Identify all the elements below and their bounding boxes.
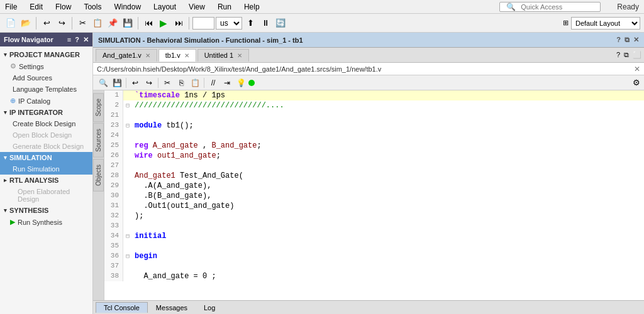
bottom-tab-tcl[interactable]: Tcl Console <box>96 302 148 313</box>
redo-button[interactable]: ↪ <box>55 16 69 30</box>
side-tab-scope[interactable]: Scope <box>93 93 104 122</box>
status-label: Ready <box>614 1 641 13</box>
bottom-tab-log[interactable]: Log <box>196 302 223 313</box>
nav-tree: ▾ PROJECT MANAGER ⚙ Settings Add Sources… <box>0 46 92 314</box>
nav-run-synthesis[interactable]: ▶ Run Synthesis <box>0 216 92 228</box>
nav-open-elaborated-label: Open Elaborated Design <box>18 188 70 203</box>
code-line-28: 28 And_gate1 Test_And_Gate( <box>104 171 644 181</box>
menu-edit[interactable]: Edit <box>27 1 45 13</box>
fold-23[interactable]: ⊟ <box>123 121 132 131</box>
line-content-21 <box>132 111 644 121</box>
fold-28 <box>123 171 132 181</box>
arrow-ip-integrator: ▾ <box>4 109 7 116</box>
layout-select[interactable]: Default Layout Simulation RTL Analysis <box>571 17 640 30</box>
toolbar-sep-2 <box>72 17 72 30</box>
section-ip-integrator[interactable]: ▾ IP INTEGRATOR <box>0 107 92 118</box>
nav-language-templates[interactable]: Language Templates <box>0 84 92 95</box>
new-file-button[interactable]: 📄 <box>4 16 18 30</box>
tab-untitled1[interactable]: Untitled 1 ✕ <box>197 49 249 62</box>
step-back-button[interactable]: ⏮ <box>142 16 155 30</box>
paste-button[interactable]: 📌 <box>106 16 119 30</box>
tab-tb1-label: tb1.v <box>165 51 180 59</box>
menu-layout[interactable]: Layout <box>151 1 179 13</box>
line-content-38: A_and_gate = 0 ; <box>132 271 644 281</box>
nav-run-simulation[interactable]: Run Simulation <box>0 163 92 175</box>
nav-add-sources[interactable]: Add Sources <box>0 72 92 84</box>
ed-paste-btn[interactable]: 📋 <box>189 77 201 89</box>
cut-button[interactable]: ✂ <box>75 16 89 30</box>
tab-and-gate1-close[interactable]: ✕ <box>145 52 150 59</box>
arrow-synthesis: ▾ <box>4 207 7 214</box>
fold-1[interactable] <box>123 90 132 100</box>
step-forward-button[interactable]: ⏭ <box>172 16 186 30</box>
tab-tb1[interactable]: tb1.v ✕ <box>158 49 196 62</box>
run-step-button[interactable]: ⬆ <box>243 16 257 30</box>
flow-nav-icon-3[interactable]: ✕ <box>83 36 89 44</box>
play-button[interactable]: ▶ <box>157 16 170 30</box>
fold-34[interactable]: ⊟ <box>123 231 132 241</box>
path-close-icon[interactable]: ✕ <box>634 65 640 73</box>
menu-help[interactable]: Help <box>242 1 262 13</box>
ed-copy-btn[interactable]: ⎘ <box>175 77 187 89</box>
arrow-rtl-analysis: ▸ <box>4 177 7 183</box>
reset-button[interactable]: 🔄 <box>274 16 287 30</box>
nav-ip-catalog[interactable]: ⊕ IP Catalog <box>0 95 92 107</box>
sim-header-icons: ? ⧉ ✕ <box>616 36 639 44</box>
section-synthesis[interactable]: ▾ SYNTHESIS <box>0 205 92 216</box>
menu-view[interactable]: View <box>186 1 208 13</box>
side-tab-sources[interactable]: Sources <box>93 123 104 158</box>
fold-36[interactable]: ⊟ <box>123 251 132 261</box>
nav-settings-label: Settings <box>19 63 44 70</box>
time-value-input[interactable]: 10 <box>196 19 211 28</box>
pause-button[interactable]: ⏸ <box>258 16 272 30</box>
line-num-34: 34 <box>104 231 123 241</box>
tab-max-icon[interactable]: ⬜ <box>633 51 641 59</box>
ed-cut-btn[interactable]: ✂ <box>161 77 174 89</box>
editor-container: And_gate1.v ✕ tb1.v ✕ Untitled 1 ✕ ? ⧉ ⬜ <box>93 48 644 314</box>
menu-tools[interactable]: Tools <box>81 1 104 13</box>
sim-float-icon[interactable]: ⧉ <box>625 36 630 44</box>
section-rtl-analysis[interactable]: ▸ RTL ANALYSIS <box>0 175 92 186</box>
nav-create-block-design[interactable]: Create Block Design <box>0 118 92 129</box>
tab-untitled1-close[interactable]: ✕ <box>237 52 242 59</box>
menu-run[interactable]: Run <box>215 1 234 13</box>
section-project-manager[interactable]: ▾ PROJECT MANAGER <box>0 49 92 60</box>
tab-tb1-close[interactable]: ✕ <box>184 52 189 59</box>
line-content-23: module tb1(); <box>132 121 644 131</box>
tab-help-icon[interactable]: ? <box>616 51 620 59</box>
save-button[interactable]: 💾 <box>121 16 135 30</box>
time-unit-select[interactable]: usnspsms <box>216 17 242 30</box>
flow-nav-icon-2[interactable]: ? <box>75 36 79 44</box>
ed-redo-btn[interactable]: ↪ <box>143 77 155 89</box>
ed-indent-btn[interactable]: ⇥ <box>221 77 233 89</box>
ed-save-btn[interactable]: 💾 <box>111 77 123 89</box>
menu-window[interactable]: Window <box>111 1 143 13</box>
section-project-manager-label: PROJECT MANAGER <box>9 51 80 58</box>
ed-comment-btn[interactable]: // <box>207 77 219 89</box>
flow-nav-icon-1[interactable]: ≡ <box>67 36 71 44</box>
ed-search-btn[interactable]: 🔍 <box>97 77 109 89</box>
bottom-tab-messages[interactable]: Messages <box>148 302 196 313</box>
menu-file[interactable]: File <box>3 1 19 13</box>
ed-dedent-btn[interactable]: 💡 <box>235 77 247 89</box>
flow-nav-icons: ≡ ? ✕ <box>67 36 89 44</box>
side-tab-objects[interactable]: Objects <box>93 159 104 192</box>
sim-help-icon[interactable]: ? <box>616 36 621 44</box>
ed-settings-icon[interactable]: ⚙ <box>633 78 640 87</box>
copy-button[interactable]: 📋 <box>91 16 104 30</box>
code-editor[interactable]: 1 `timescale 1ns / 1ps 2 ⊟ /////////////… <box>104 90 644 300</box>
sim-close-icon[interactable]: ✕ <box>633 36 639 44</box>
section-simulation[interactable]: ▾ SIMULATION <box>0 152 92 163</box>
code-line-24: 24 <box>104 131 644 141</box>
search-input[interactable] <box>521 3 596 11</box>
flow-navigator-header: Flow Navigator ≡ ? ✕ <box>0 33 92 46</box>
tab-restore-icon[interactable]: ⧉ <box>624 51 629 59</box>
line-num-21: 21 <box>104 111 123 121</box>
fold-2[interactable]: ⊟ <box>123 100 132 111</box>
nav-settings[interactable]: ⚙ Settings <box>0 60 92 72</box>
tab-and-gate1[interactable]: And_gate1.v ✕ <box>96 49 157 62</box>
menu-flow[interactable]: Flow <box>53 1 74 13</box>
ed-undo-btn[interactable]: ↩ <box>129 77 142 89</box>
undo-button[interactable]: ↩ <box>40 16 53 30</box>
open-button[interactable]: 📂 <box>19 16 33 30</box>
